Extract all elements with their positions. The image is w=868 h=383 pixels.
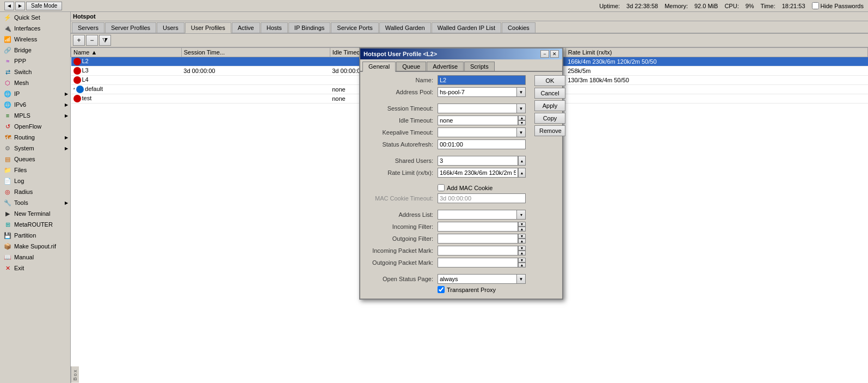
outgoing-packet-mark-up-btn[interactable]: ▲ xyxy=(518,263,526,268)
sidebar-item-routing[interactable]: 🗺 Routing ▶ xyxy=(0,132,70,143)
dialog-tab-queue[interactable]: Queue xyxy=(396,62,426,71)
rate-limit-input[interactable] xyxy=(438,168,518,178)
time-label: Time: xyxy=(761,3,775,9)
col-rate-limit[interactable]: Rate Limit (rx/tx) xyxy=(565,48,867,57)
sidebar-item-mesh[interactable]: ⬡ Mesh xyxy=(0,77,70,88)
sidebar-item-bridge[interactable]: 🔗 Bridge xyxy=(0,45,70,56)
safe-mode-button[interactable]: Safe Mode xyxy=(26,2,62,10)
hide-passwords-checkbox[interactable] xyxy=(812,2,819,9)
sidebar-item-log[interactable]: 📄 Log xyxy=(0,175,70,186)
sidebar-item-files[interactable]: 📁 Files xyxy=(0,165,70,175)
status-autorefresh-input[interactable] xyxy=(438,139,526,149)
outgoing-filter-down-btn[interactable]: ▼ xyxy=(518,234,526,239)
incoming-packet-mark-input[interactable] xyxy=(438,246,518,256)
sidebar-item-interfaces[interactable]: 🔌 Interfaces xyxy=(0,23,70,34)
sidebar-item-wireless[interactable]: 📶 Wireless xyxy=(0,34,70,45)
sidebar-item-ppp[interactable]: ≈ PPP xyxy=(0,56,70,66)
dialog-tab-scripts[interactable]: Scripts xyxy=(464,62,495,71)
idle-timeout-up-btn[interactable]: ▲ xyxy=(518,115,526,120)
sidebar-item-new-terminal[interactable]: ▶ New Terminal xyxy=(0,208,70,219)
copy-button[interactable]: Copy xyxy=(534,113,565,124)
col-session-timeout[interactable]: Session Time... xyxy=(181,48,330,57)
open-status-page-input[interactable] xyxy=(438,274,517,284)
sidebar-item-quick-set[interactable]: ⚡ Quick Set xyxy=(0,12,70,23)
tab-hosts[interactable]: Hosts xyxy=(261,22,288,33)
tab-user-profiles[interactable]: User Profiles xyxy=(185,22,231,33)
address-list-input[interactable] xyxy=(438,210,517,220)
back-button[interactable]: ◄ xyxy=(4,2,14,10)
open-status-page-dropdown-btn[interactable]: ▼ xyxy=(517,274,526,284)
hotspot-header: Hotspot xyxy=(71,12,868,21)
sidebar-item-system[interactable]: ⚙ System ▶ xyxy=(0,143,70,154)
remove-button[interactable]: Remove xyxy=(534,125,565,136)
hide-passwords-label[interactable]: Hide Passwords xyxy=(812,2,864,9)
filter-button[interactable]: ⧩ xyxy=(99,35,111,46)
incoming-filter-up-btn[interactable]: ▲ xyxy=(518,227,526,232)
remove-button[interactable]: − xyxy=(86,35,98,46)
tab-service-ports[interactable]: Service Ports xyxy=(331,22,378,33)
tab-servers[interactable]: Servers xyxy=(72,22,104,33)
idle-timeout-down-btn[interactable]: ▼ xyxy=(518,120,526,125)
outgoing-filter-input[interactable] xyxy=(438,234,518,244)
outgoing-filter-field: ▼ ▲ xyxy=(438,234,526,244)
session-timeout-dropdown-btn[interactable]: ▼ xyxy=(517,104,526,113)
incoming-packet-mark-down-btn[interactable]: ▼ xyxy=(518,246,526,251)
name-input[interactable] xyxy=(438,75,526,85)
outgoing-packet-mark-down-btn[interactable]: ▼ xyxy=(518,258,526,263)
sidebar-item-radius[interactable]: ◎ Radius xyxy=(0,186,70,197)
sidebar-item-mpls[interactable]: ≡ MPLS ▶ xyxy=(0,110,70,121)
rate-limit-up-btn[interactable]: ▲ xyxy=(518,168,526,178)
sidebar-item-queues[interactable]: ▤ Queues xyxy=(0,154,70,165)
cancel-button[interactable]: Cancel xyxy=(534,88,565,99)
tab-walled-garden-ip[interactable]: Walled Garden IP List xyxy=(432,22,501,33)
sidebar-item-switch[interactable]: ⇄ Switch xyxy=(0,66,70,77)
tab-walled-garden[interactable]: Walled Garden xyxy=(379,22,431,33)
sidebar-label-wireless: Wireless xyxy=(14,36,68,42)
sidebar-item-exit[interactable]: ✕ Exit xyxy=(0,263,70,273)
shared-users-input[interactable] xyxy=(438,156,518,166)
shared-users-up-btn[interactable]: ▲ xyxy=(518,156,526,166)
sidebar-item-partition[interactable]: 💾 Partition xyxy=(0,230,70,241)
transparent-proxy-checkbox[interactable] xyxy=(438,286,445,293)
minimize-button[interactable]: − xyxy=(540,50,549,58)
ok-button[interactable]: OK xyxy=(534,75,565,86)
open-status-page-row: Open Status Page: ▼ xyxy=(365,274,526,284)
sidebar-item-meta-router[interactable]: ⊞ MetaROUTER xyxy=(0,219,70,230)
sidebar-item-manual[interactable]: 📖 Manual xyxy=(0,252,70,263)
incoming-packet-mark-up-btn[interactable]: ▲ xyxy=(518,251,526,256)
keepalive-timeout-dropdown-btn[interactable]: ▼ xyxy=(517,127,526,137)
sidebar-item-make-supout[interactable]: 📦 Make Supout.rif xyxy=(0,241,70,252)
tab-ip-bindings[interactable]: IP Bindings xyxy=(288,22,330,33)
sidebar-item-tools[interactable]: 🔧 Tools ▶ xyxy=(0,197,70,208)
address-list-dropdown-btn[interactable]: ▾ xyxy=(517,210,526,220)
incoming-filter-down-btn[interactable]: ▼ xyxy=(518,222,526,227)
outgoing-filter-up-btn[interactable]: ▲ xyxy=(518,239,526,244)
col-name[interactable]: Name ▲ xyxy=(71,48,182,57)
address-pool-input[interactable] xyxy=(438,87,517,97)
sidebar-item-openflow[interactable]: ↺ OpenFlow xyxy=(0,121,70,132)
tab-active[interactable]: Active xyxy=(232,22,260,33)
dialog-tab-advertise[interactable]: Advertise xyxy=(427,62,464,71)
session-timeout-row: Session Timeout: ▼ xyxy=(365,104,526,113)
partition-icon: 💾 xyxy=(3,231,12,240)
dialog-tab-general[interactable]: General xyxy=(362,62,396,72)
sidebar-label-mesh: Mesh xyxy=(14,80,68,86)
incoming-filter-input[interactable] xyxy=(438,222,518,232)
keepalive-timeout-input[interactable] xyxy=(438,127,517,137)
apply-button[interactable]: Apply xyxy=(534,100,565,111)
tab-cookies[interactable]: Cookies xyxy=(502,22,535,33)
idle-timeout-input[interactable] xyxy=(438,115,518,125)
sidebar-item-ipv6[interactable]: 🌐 IPv6 ▶ xyxy=(0,99,70,110)
close-button[interactable]: ✕ xyxy=(550,50,559,58)
mac-cookie-timeout-input[interactable] xyxy=(438,193,526,203)
sidebar-item-ip[interactable]: 🌐 IP ▶ xyxy=(0,88,70,99)
tab-server-profiles[interactable]: Server Profiles xyxy=(105,22,156,33)
tab-users[interactable]: Users xyxy=(157,22,184,33)
add-button[interactable]: + xyxy=(73,35,85,46)
outgoing-packet-mark-input[interactable] xyxy=(438,258,518,268)
address-pool-dropdown-btn[interactable]: ▼ xyxy=(517,87,526,97)
session-timeout-input[interactable] xyxy=(438,104,517,113)
incoming-packet-mark-row: Incoming Packet Mark: ▼ ▲ xyxy=(365,246,526,256)
add-mac-cookie-checkbox[interactable] xyxy=(438,184,445,191)
forward-button[interactable]: ► xyxy=(15,2,25,10)
